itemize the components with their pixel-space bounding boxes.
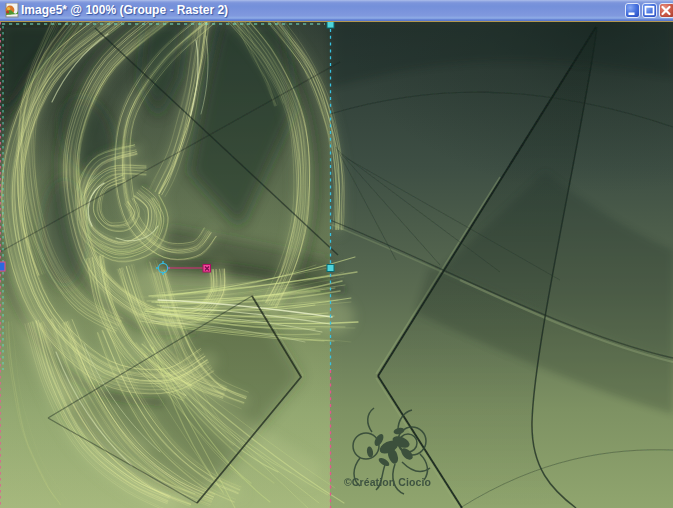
svg-text:©Création Ciocio: ©Création Ciocio	[344, 476, 431, 488]
